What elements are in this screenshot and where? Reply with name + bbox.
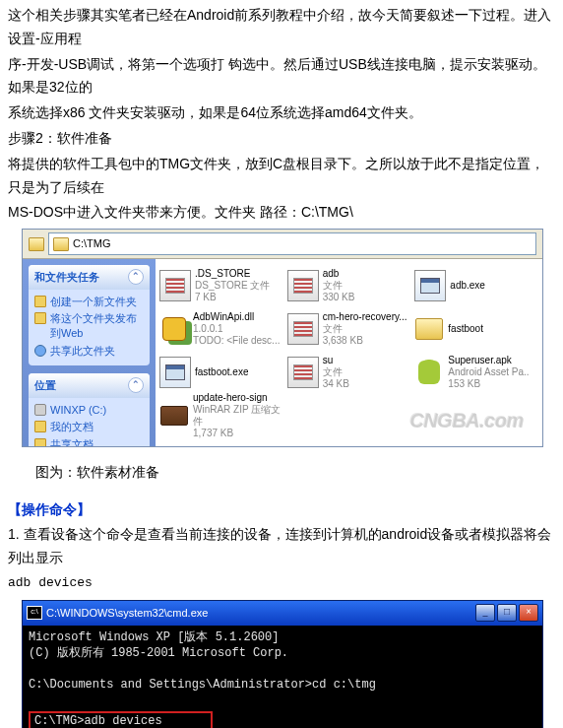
places-panel: 位置 ⌃ WINXP (C:) 我的文档 共享文档 我的电脑 [29, 373, 150, 446]
file-meta: 文件 [323, 280, 355, 292]
file-icon [159, 357, 191, 388]
file-list: .DS_STOREDS_STORE 文件7 KBadb文件330 KBadb.e… [156, 259, 542, 446]
file-item[interactable]: fastboot.exe [159, 352, 283, 393]
file-icon [287, 270, 319, 301]
panel-title: 和文件夹任务 [34, 268, 99, 287]
file-meta: TODO: <File desc... [193, 335, 280, 347]
file-meta: 3,638 KB [323, 335, 407, 347]
paragraph: 系统选择x86 文件夹安装驱动，如果是64位系统选择amd64文件夹。 [8, 101, 555, 125]
file-name: fastboot.exe [195, 366, 248, 378]
cmd-window: c:\ C:\WINDOWS\system32\cmd.exe _ □ × Mi… [22, 600, 543, 728]
address-input[interactable]: C:\TMG [48, 232, 536, 255]
address-path: C:\TMG [73, 234, 111, 253]
collapse-icon[interactable]: ⌃ [128, 377, 144, 393]
command-text: adb devices [8, 572, 555, 594]
file-name: adb [323, 268, 355, 280]
cmd-title-text: C:\WINDOWS\system32\cmd.exe [46, 604, 208, 623]
file-icon [287, 313, 319, 345]
file-item[interactable]: fastboot [414, 308, 538, 350]
file-item[interactable]: update-hero-signWinRAR ZIP 压缩文件1,737 KB [159, 395, 283, 436]
explorer-sidebar: 和文件夹任务 ⌃ 创建一个新文件夹 将这个文件夹发布到Web 共享此文件夹 位置… [23, 259, 156, 446]
sidebar-item[interactable]: 创建一个新文件夹 [34, 294, 144, 310]
file-meta: 1.0.0.1 [193, 323, 280, 335]
paragraph: 序-开发-USB调试，将第一个选项打 钩选中。然后通过USB线连接电脑，提示安装… [8, 53, 555, 100]
paragraph: MS-DOS中进入文件夹带来方便。文件夹 路径：C:\TMG\ [8, 201, 555, 225]
paragraph: 1. 查看设备这个命令是查看当前连接的设备，连接到计算机的android设备或者… [8, 523, 555, 570]
folder-icon [29, 237, 44, 251]
file-item[interactable]: cm-hero-recovery...文件3,638 KB [287, 308, 411, 350]
file-meta: 153 KB [448, 378, 529, 390]
file-icon [159, 314, 189, 344]
file-item[interactable]: su文件34 KB [287, 352, 411, 393]
file-icon [414, 270, 446, 301]
sidebar-item[interactable]: 将这个文件夹发布到Web [34, 310, 144, 343]
folder-icon [53, 237, 69, 251]
address-bar: C:\TMG [23, 230, 542, 259]
figure-caption: 图为：软件素材准备 [35, 461, 555, 485]
file-name: .DS_STORE [195, 268, 271, 280]
file-icon [414, 358, 444, 387]
file-name: adb.exe [450, 280, 485, 292]
file-meta: 文件 [323, 323, 407, 335]
sidebar-item[interactable]: 共享此文件夹 [34, 343, 144, 360]
file-item[interactable]: Superuser.apkAndroid Asset Pa..153 KB [414, 352, 538, 393]
section-header: 【操作命令】 [8, 498, 555, 522]
file-item[interactable]: AdbWinApi.dll1.0.0.1TODO: <File desc... [159, 308, 283, 350]
file-name: update-hero-sign [193, 392, 283, 404]
file-item[interactable]: adb文件330 KB [287, 265, 411, 306]
explorer-window: C:\TMG 和文件夹任务 ⌃ 创建一个新文件夹 将这个文件夹发布到Web 共享… [22, 229, 543, 447]
file-name: AdbWinApi.dll [193, 311, 280, 323]
panel-title: 位置 [34, 376, 56, 395]
minimize-button[interactable]: _ [475, 604, 495, 622]
collapse-icon[interactable]: ⌃ [128, 269, 144, 285]
file-icon [159, 270, 191, 301]
file-meta: WinRAR ZIP 压缩文件 [193, 404, 283, 428]
file-meta: 文件 [323, 366, 349, 378]
cmd-icon: c:\ [27, 606, 42, 620]
file-meta: Android Asset Pa.. [448, 366, 529, 378]
close-button[interactable]: × [519, 604, 538, 622]
paragraph: 这个相关步骤其实笔者已经在Android前系列教程中介绍，故今天简要叙述一下过程… [8, 4, 555, 51]
cmd-output: Microsoft Windows XP [版本 5.1.2600] (C) 版… [23, 626, 542, 728]
file-icon [287, 357, 319, 388]
paragraph: 将提供的软件工具包中的TMG文件夹，放到C盘根目录下。之所以放于此不是指定位置，… [8, 153, 555, 200]
maximize-button[interactable]: □ [497, 604, 517, 622]
file-icon [414, 314, 444, 344]
file-item[interactable]: .DS_STOREDS_STORE 文件7 KB [159, 265, 283, 306]
file-item[interactable]: adb.exe [414, 265, 538, 306]
file-meta: 1,737 KB [193, 428, 283, 439]
file-name: cm-hero-recovery... [323, 311, 407, 323]
file-meta: 7 KB [195, 292, 271, 303]
sidebar-item[interactable]: 共享文档 [34, 436, 144, 446]
sidebar-item[interactable]: 我的文档 [34, 419, 144, 435]
cmd-titlebar: c:\ C:\WINDOWS\system32\cmd.exe _ □ × [23, 601, 542, 626]
file-name: Superuser.apk [448, 355, 529, 366]
file-icon [159, 401, 189, 430]
file-name: su [323, 355, 349, 366]
sidebar-item[interactable]: WINXP (C:) [34, 402, 144, 419]
file-meta: 34 KB [323, 378, 349, 390]
file-meta: 330 KB [323, 292, 355, 303]
paragraph: 步骤2：软件准备 [8, 127, 555, 151]
highlighted-output: C:\TMG>adb devices List of devices attac… [29, 711, 213, 728]
tasks-panel: 和文件夹任务 ⌃ 创建一个新文件夹 将这个文件夹发布到Web 共享此文件夹 [29, 265, 150, 365]
file-meta: DS_STORE 文件 [195, 280, 271, 292]
file-name: fastboot [448, 323, 483, 335]
